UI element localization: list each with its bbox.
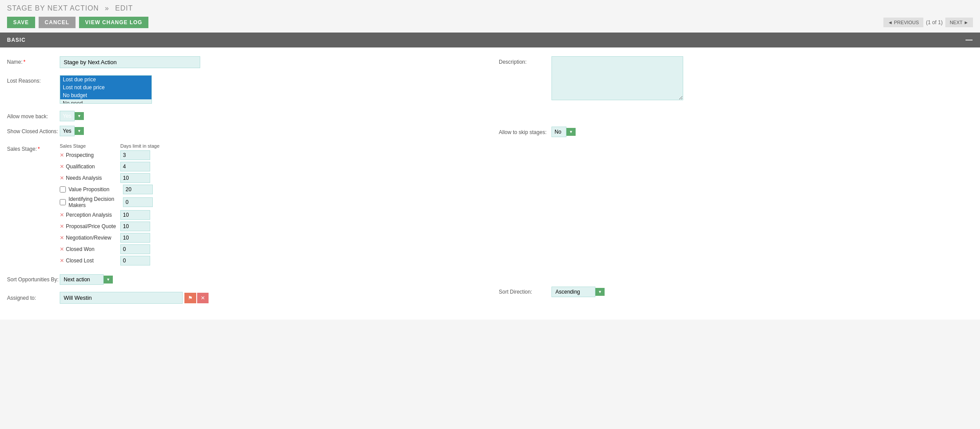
description-label: Description: <box>499 56 551 65</box>
show-closed-dropdown-icon[interactable]: ▼ <box>75 127 84 135</box>
stage-days-perception[interactable] <box>120 210 150 220</box>
prev-button[interactable]: ◄ PREVIOUS <box>883 18 923 27</box>
sort-direction-group: Sort Direction: Ascending Descending ▼ <box>499 287 973 297</box>
section-collapse-button[interactable]: — <box>966 36 973 44</box>
allow-skip-select-wrapper: No Yes ▼ <box>551 127 576 137</box>
sort-by-label: Sort Opportunities By: <box>7 276 60 283</box>
stage-remove-prospecting[interactable]: ✕ <box>60 152 64 158</box>
stage-name-qualification: Qualification <box>66 164 119 170</box>
show-closed-group: Show Closed Actions: Yes No ▼ <box>7 126 481 136</box>
lost-reason-item[interactable]: No need <box>60 99 151 104</box>
stage-remove-closed-lost[interactable]: ✕ <box>60 258 64 264</box>
stage-row-negotiation: ✕ Negotiation/Review <box>60 233 159 243</box>
stage-check-idm[interactable] <box>60 199 66 205</box>
lost-reason-item[interactable]: No budget <box>60 91 151 99</box>
assigned-to-input[interactable] <box>60 292 183 304</box>
stage-days-qualification[interactable] <box>120 162 150 171</box>
stage-remove-needs-analysis[interactable]: ✕ <box>60 175 64 181</box>
page-header: STAGE BY NEXT ACTION » EDIT SAVE CANCEL … <box>0 0 980 33</box>
stage-days-closed-lost[interactable] <box>120 256 150 265</box>
allow-skip-dropdown-icon[interactable]: ▼ <box>566 128 576 136</box>
sort-direction-select-wrapper: Ascending Descending ▼ <box>551 287 605 297</box>
allow-move-back-label: Allow move back: <box>7 111 60 120</box>
stage-days-negotiation[interactable] <box>120 233 150 243</box>
page-title: STAGE BY NEXT ACTION » EDIT <box>7 4 973 12</box>
main-two-col: Name: Lost Reasons: Lost due price Lost … <box>7 56 973 311</box>
name-label: Name: <box>7 56 60 65</box>
nav-controls: ◄ PREVIOUS (1 of 1) NEXT ► <box>883 18 973 27</box>
stage-row-idm: Identifying Decision Makers <box>60 196 159 208</box>
assigned-to-label: Assigned to: <box>7 295 60 301</box>
stage-check-value-prop[interactable] <box>60 186 66 193</box>
section-basic-label: BASIC <box>7 37 25 43</box>
stage-row-perception: ✕ Perception Analysis <box>60 210 159 220</box>
assigned-clear-button[interactable]: ✕ <box>197 293 209 303</box>
nav-count: (1 of 1) <box>926 19 943 25</box>
stage-row-proposal: ✕ Proposal/Price Quote <box>60 222 159 231</box>
stage-remove-qualification[interactable]: ✕ <box>60 164 64 170</box>
allow-move-back-group: Allow move back: Yes No ▼ <box>7 111 481 121</box>
lost-reason-item[interactable]: Lost not due price <box>60 84 151 91</box>
show-closed-select[interactable]: Yes No <box>60 126 75 136</box>
stage-row-needs-analysis: ✕ Needs Analysis <box>60 173 159 183</box>
col-right: Description: Allow to skip stages: No Ye… <box>481 56 973 311</box>
name-input[interactable] <box>60 56 200 68</box>
description-textarea[interactable] <box>551 56 683 100</box>
stage-name-perception: Perception Analysis <box>66 212 119 218</box>
sort-by-select[interactable]: Next action Stage <box>60 274 104 285</box>
allow-move-back-select[interactable]: Yes No <box>60 111 75 121</box>
allow-skip-label: Allow to skip stages: <box>499 127 551 135</box>
stage-days-value-prop[interactable] <box>123 185 153 194</box>
stage-name-idm: Identifying Decision Makers <box>68 196 121 208</box>
sort-direction-label: Sort Direction: <box>499 289 551 295</box>
sort-by-select-wrapper: Next action Stage ▼ <box>60 274 113 285</box>
sort-direction-dropdown-icon[interactable]: ▼ <box>595 288 605 296</box>
allow-move-back-dropdown-icon[interactable]: ▼ <box>75 112 84 120</box>
stage-col-days-header: Days limit in stage <box>120 143 159 149</box>
stage-days-idm[interactable] <box>123 197 153 207</box>
view-changelog-button[interactable]: VIEW CHANGE LOG <box>79 17 148 28</box>
stage-name-prospecting: Prospecting <box>66 152 119 158</box>
show-closed-label: Show Closed Actions: <box>7 126 60 135</box>
stage-days-needs-analysis[interactable] <box>120 173 150 183</box>
allow-skip-select[interactable]: No Yes <box>551 127 566 137</box>
stage-remove-negotiation[interactable]: ✕ <box>60 235 64 241</box>
next-button[interactable]: NEXT ► <box>945 18 973 27</box>
stage-remove-perception[interactable]: ✕ <box>60 212 64 218</box>
stage-table-header: Sales Stage Days limit in stage <box>60 143 159 149</box>
stage-name-negotiation: Negotiation/Review <box>66 235 119 241</box>
assigned-select-button[interactable]: ⚑ <box>184 293 196 303</box>
stage-row-closed-won: ✕ Closed Won <box>60 244 159 254</box>
lost-reasons-label: Lost Reasons: <box>7 75 60 84</box>
sort-direction-select[interactable]: Ascending Descending <box>551 287 595 297</box>
stage-col-name-header: Sales Stage <box>60 143 117 149</box>
toolbar: SAVE CANCEL VIEW CHANGE LOG ◄ PREVIOUS (… <box>7 17 973 33</box>
stage-name-proposal: Proposal/Price Quote <box>66 223 119 229</box>
lost-reasons-listbox[interactable]: Lost due price Lost not due price No bud… <box>60 75 152 104</box>
cancel-button[interactable]: CANCEL <box>39 17 76 28</box>
sort-by-dropdown-icon[interactable]: ▼ <box>104 276 113 284</box>
stage-name-value-prop: Value Proposition <box>68 186 121 193</box>
lost-reason-item[interactable]: Lost due price <box>60 76 151 84</box>
report-name: STAGE BY NEXT ACTION <box>7 4 99 12</box>
stage-row-prospecting: ✕ Prospecting <box>60 150 159 160</box>
stage-remove-closed-won[interactable]: ✕ <box>60 246 64 252</box>
allow-move-back-select-wrapper: Yes No ▼ <box>60 111 84 121</box>
stage-days-proposal[interactable] <box>120 222 150 231</box>
stage-name-needs-analysis: Needs Analysis <box>66 175 119 181</box>
save-button[interactable]: SAVE <box>7 17 35 28</box>
lost-reasons-group: Lost Reasons: Lost due price Lost not du… <box>7 75 481 104</box>
stage-row-value-prop: Value Proposition <box>60 185 159 194</box>
stage-days-prospecting[interactable] <box>120 150 150 160</box>
stage-remove-proposal[interactable]: ✕ <box>60 223 64 229</box>
section-basic-header: BASIC — <box>0 33 980 47</box>
stage-days-closed-won[interactable] <box>120 244 150 254</box>
form-content: Name: Lost Reasons: Lost due price Lost … <box>0 47 980 320</box>
sales-stage-label: Sales Stage: <box>7 143 60 152</box>
show-closed-select-wrapper: Yes No ▼ <box>60 126 84 136</box>
separator: » <box>105 4 109 12</box>
stage-name-closed-won: Closed Won <box>66 246 119 252</box>
stage-row-closed-lost: ✕ Closed Lost <box>60 256 159 265</box>
col-left: Name: Lost Reasons: Lost due price Lost … <box>7 56 481 311</box>
stage-name-closed-lost: Closed Lost <box>66 258 119 264</box>
